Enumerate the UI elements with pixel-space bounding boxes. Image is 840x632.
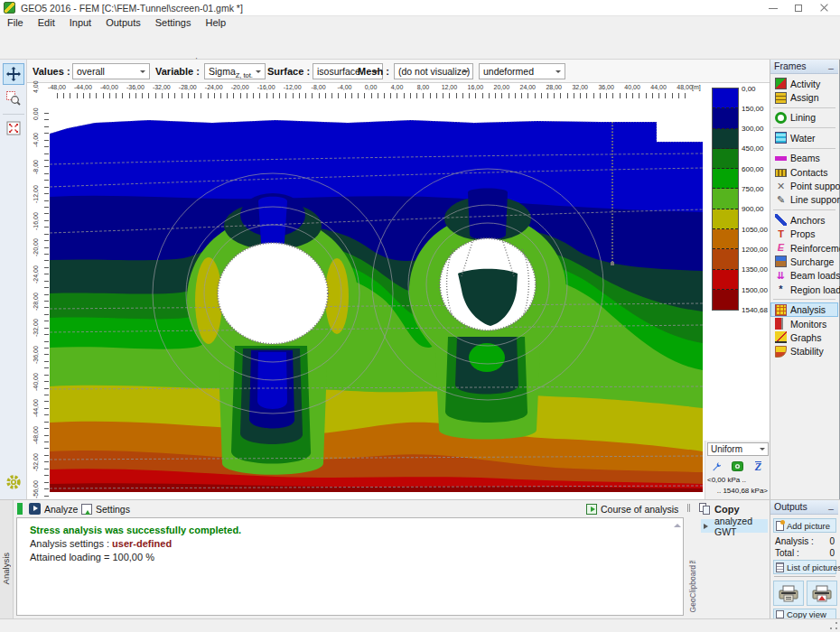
scale-max-label: .. 1540,68 kPa> xyxy=(717,487,768,495)
legend-value: 450,00 xyxy=(742,144,763,153)
scale-range-button[interactable] xyxy=(728,459,747,474)
frames-item-line-supports[interactable]: ✎Line supports xyxy=(770,193,838,207)
settings-gear-button[interactable] xyxy=(3,471,24,493)
analysis-log[interactable]: Stress analysis was successfully complet… xyxy=(16,517,684,616)
list-pictures-icon xyxy=(776,562,784,572)
clipboard-column: Copy analyzed GWT GeoClipboard™ xyxy=(686,500,770,619)
beams-icon xyxy=(775,153,787,164)
distribution-value: Uniform xyxy=(711,444,742,454)
ruler-tick-label: 36,00 xyxy=(593,84,619,90)
legend-color-cell xyxy=(713,169,738,189)
list-of-pictures-button[interactable]: List of pictures xyxy=(773,560,836,574)
menu-edit[interactable]: Edit xyxy=(31,16,62,29)
pan-tool-button[interactable] xyxy=(3,63,24,85)
main-toolbar: File Edit Templ... Stage [Topo][1][2][3]… xyxy=(0,30,840,60)
fit-to-screen-button[interactable] xyxy=(3,117,24,139)
app-logo-icon xyxy=(4,2,15,14)
frames-item-props[interactable]: TProps xyxy=(770,228,838,241)
frames-item-surcharge[interactable]: Surcharge xyxy=(770,255,838,268)
frames-item-activity[interactable]: Activity xyxy=(770,77,838,90)
frames-item-water[interactable]: Water xyxy=(770,131,838,144)
variable-dropdown[interactable]: SigmaZ, tot. xyxy=(204,63,266,79)
analysis-settings-button[interactable]: Settings xyxy=(78,501,134,516)
left-tunnel-opening[interactable] xyxy=(218,243,328,344)
ruler-tick-label: -24,00 xyxy=(30,262,42,287)
stress-contour-plot[interactable] xyxy=(50,116,703,492)
vertical-ruler: 4,000,00-4,00-8,00-12,00-16,00-20,00-24,… xyxy=(27,99,50,499)
print-button[interactable] xyxy=(773,581,804,606)
analyzed-gwt-item[interactable]: analyzed GWT xyxy=(701,519,768,533)
frames-item-analysis[interactable]: Analysis xyxy=(770,302,838,316)
zoom-region-button[interactable] xyxy=(3,88,24,109)
menu-input[interactable]: Input xyxy=(62,16,98,29)
frames-item-region-loads[interactable]: *Region loads xyxy=(770,283,838,296)
analyze-button[interactable]: Analyze xyxy=(25,501,81,516)
analysis-icon xyxy=(775,304,787,316)
menu-file[interactable]: File xyxy=(0,16,31,29)
frames-item-stability[interactable]: Stability xyxy=(770,345,838,358)
frames-separator xyxy=(773,299,835,300)
settings-label: Settings xyxy=(96,504,130,515)
frames-minimize-button[interactable]: _ xyxy=(826,60,835,70)
ruler-tick-label: -28,00 xyxy=(30,289,42,314)
ruler-tick-label: -36,00 xyxy=(30,342,42,367)
distribution-dropdown[interactable]: Uniform xyxy=(707,442,769,456)
frames-item-label: Activity xyxy=(790,79,820,89)
frames-item-reinforcements[interactable]: EReinforcements xyxy=(770,241,838,255)
props-icon: T xyxy=(775,228,787,240)
frames-panel-title: Frames xyxy=(774,60,807,71)
total-count: 0 xyxy=(829,548,835,558)
legend-value: 150,00 xyxy=(742,105,763,113)
frames-item-assign[interactable]: Assign xyxy=(770,90,838,104)
frames-item-beams[interactable]: Beams xyxy=(770,152,838,165)
frames-item-anchors[interactable]: Anchors xyxy=(770,213,838,227)
splitter-handle[interactable] xyxy=(687,504,690,512)
model-canvas[interactable]: [m] -48,00-44,00-40,00-36,00-32,00-28,00… xyxy=(27,83,770,499)
outputs-minimize-button[interactable]: _ xyxy=(826,501,835,511)
mesh-dropdown[interactable]: (do not visualize) xyxy=(394,63,473,79)
settings-box-icon xyxy=(81,504,92,515)
legend-color-cell xyxy=(713,270,738,290)
analysis-panel: Analysis Analyze Settings Course of anal… xyxy=(0,499,840,618)
wrench-icon xyxy=(711,460,723,472)
frames-item-monitors[interactable]: Monitors xyxy=(770,317,838,330)
app-window: GEO5 2016 - FEM [C:\FEM-Tunnel\screen-01… xyxy=(0,0,840,632)
copy-button[interactable]: Copy xyxy=(699,503,740,515)
deformation-dropdown[interactable]: undeformed xyxy=(479,63,565,79)
maximize-button[interactable] xyxy=(787,0,810,16)
view-tool-strip xyxy=(0,60,27,499)
sigma-z-button[interactable]: Z xyxy=(749,459,768,474)
frames-item-beam-loads[interactable]: ⇊Beam loads xyxy=(770,269,838,283)
print-picture-button[interactable] xyxy=(807,581,837,606)
frames-separator xyxy=(773,148,835,149)
add-picture-icon xyxy=(776,521,784,531)
legend-color-cell xyxy=(713,209,738,229)
analysis-tab-strip[interactable]: Analysis xyxy=(0,500,14,619)
frames-item-label: Assign xyxy=(790,92,819,103)
course-of-analysis-button[interactable]: Course of analysis xyxy=(583,501,682,516)
menu-help[interactable]: Help xyxy=(198,16,233,29)
menu-settings[interactable]: Settings xyxy=(148,16,199,29)
ruler-tick-label: -56,00 xyxy=(30,477,42,502)
minimize-button[interactable] xyxy=(761,0,785,16)
outputs-panel-header: Outputs _ xyxy=(770,500,838,515)
ruler-tick-label: -20,00 xyxy=(228,84,253,90)
menu-outputs[interactable]: Outputs xyxy=(98,16,148,29)
frames-item-label: Props xyxy=(790,228,815,239)
ruler-tick-label: -16,00 xyxy=(30,209,42,234)
resize-grip[interactable] xyxy=(828,620,839,631)
add-picture-button[interactable]: Add picture xyxy=(773,518,836,533)
frames-item-graphs[interactable]: Graphs xyxy=(770,330,838,344)
frames-item-contacts[interactable]: Contacts xyxy=(770,165,838,179)
close-button[interactable] xyxy=(812,0,835,16)
frames-item-label: Region loads xyxy=(790,284,840,295)
frames-item-point-supports[interactable]: ✕Point supports xyxy=(770,179,838,192)
log-settings-line: Analysis settings : user-defined xyxy=(30,537,683,551)
scroll-up-icon[interactable] xyxy=(674,520,681,527)
values-dropdown[interactable]: overall xyxy=(72,63,150,79)
geoclipboard-brand: GeoClipboard™ xyxy=(688,556,697,612)
frames-item-lining[interactable]: Lining xyxy=(770,111,838,125)
status-bar xyxy=(0,618,840,632)
scale-settings-button[interactable] xyxy=(707,459,726,474)
analyze-label: Analyze xyxy=(44,504,78,515)
